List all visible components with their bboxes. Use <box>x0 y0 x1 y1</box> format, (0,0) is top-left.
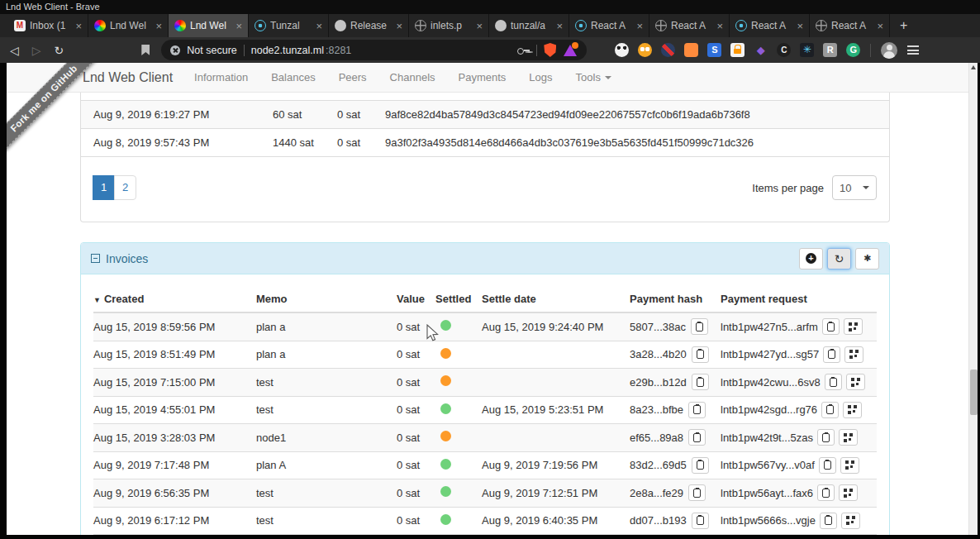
browser-tab[interactable]: Tunzal × <box>249 14 329 37</box>
qr-code-button[interactable] <box>839 429 858 446</box>
browser-tab[interactable]: inlets.p × <box>409 14 489 37</box>
browser-tab[interactable]: React A × <box>569 14 649 37</box>
nav-item-tools[interactable]: Tools <box>576 71 611 83</box>
qr-code-button[interactable] <box>839 484 858 501</box>
letter-s-extension-icon[interactable]: S <box>707 43 721 57</box>
tab-close-icon[interactable]: × <box>556 20 563 32</box>
copy-payment-request-button[interactable] <box>819 457 836 474</box>
copy-payment-hash-button[interactable] <box>688 484 706 501</box>
padlock-extension-icon[interactable] <box>730 43 745 57</box>
browser-tab[interactable]: Lnd Wel × <box>169 14 249 37</box>
nav-item[interactable]: Logs <box>529 71 552 83</box>
nerd-face-extension-icon[interactable] <box>638 43 652 57</box>
browser-tab[interactable]: tunzal/a × <box>489 14 569 37</box>
column-header-settled[interactable]: Settled <box>435 293 482 305</box>
back-button[interactable]: ◁ <box>10 45 19 56</box>
tab-close-icon[interactable]: × <box>797 20 803 32</box>
invoice-payment-hash: 2e8a...fe29 <box>630 487 683 499</box>
column-header-payment-request[interactable]: Payment request <box>721 293 877 305</box>
copy-payment-hash-button[interactable] <box>691 318 708 335</box>
qr-code-button[interactable] <box>844 346 863 363</box>
qr-code-button[interactable] <box>840 457 859 474</box>
invoice-payment-hash-cell: 3a28...4b20 <box>630 346 721 363</box>
tab-close-icon[interactable]: × <box>877 20 883 32</box>
scroll-up-arrow-icon[interactable] <box>971 65 976 69</box>
copy-payment-hash-button[interactable] <box>688 429 706 446</box>
browser-tab[interactable]: React A × <box>810 14 890 37</box>
column-header-settle-date[interactable]: Settle date <box>482 293 630 305</box>
invoice-settings-button[interactable]: ✱ <box>855 248 879 270</box>
copy-payment-hash-button[interactable] <box>688 402 706 418</box>
purple-gem-extension-icon[interactable]: ◆ <box>754 43 768 57</box>
browser-tab[interactable]: Inbox (1 × <box>8 14 88 37</box>
letter-g-extension-icon[interactable]: G <box>846 43 860 57</box>
refresh-invoices-button[interactable]: ↻ <box>827 248 851 270</box>
tab-close-icon[interactable]: × <box>636 20 643 32</box>
copy-payment-hash-button[interactable] <box>692 374 709 390</box>
copy-payment-request-button[interactable] <box>825 374 842 390</box>
copy-payment-hash-button[interactable] <box>692 346 709 363</box>
site-brand[interactable]: Lnd Web Client <box>83 70 173 85</box>
column-header-memo[interactable]: Memo <box>256 293 397 305</box>
nav-item[interactable]: Balances <box>271 71 315 83</box>
tab-close-icon[interactable]: × <box>716 20 723 32</box>
orange-fox-extension-icon[interactable] <box>684 43 698 57</box>
qr-code-button[interactable] <box>841 513 860 529</box>
qr-code-button[interactable] <box>843 402 862 418</box>
forward-button[interactable]: ▷ <box>32 45 41 56</box>
address-bar[interactable]: Not secure node2.tunzal.ml:8281 <box>161 40 587 60</box>
scrollbar-thumb[interactable] <box>970 370 978 415</box>
nav-item[interactable]: Channels <box>390 71 435 83</box>
qr-code-button[interactable] <box>844 318 863 335</box>
page-button[interactable]: 2 <box>114 175 136 200</box>
invoice-payment-hash: dd07...b193 <box>630 514 687 527</box>
snowflake-extension-icon[interactable]: ✳ <box>800 43 814 57</box>
page-button[interactable]: 1 <box>93 175 115 200</box>
copy-payment-hash-button[interactable] <box>692 457 709 474</box>
column-header-value[interactable]: Value <box>397 293 435 305</box>
sort-descending-icon: ▼ <box>93 296 101 304</box>
tab-close-icon[interactable]: × <box>155 20 162 32</box>
key-icon[interactable] <box>517 45 530 56</box>
reload-button[interactable]: ↻ <box>55 45 64 56</box>
tab-close-icon[interactable]: × <box>316 20 322 32</box>
collapse-icon[interactable] <box>91 254 100 263</box>
tab-close-icon[interactable]: × <box>75 20 82 32</box>
copy-payment-request-button[interactable] <box>823 346 840 363</box>
add-invoice-button[interactable]: + <box>799 248 823 270</box>
letter-c-extension-icon[interactable]: C <box>777 43 791 57</box>
nav-item[interactable]: Payments <box>459 71 507 83</box>
browser-tab[interactable]: React A × <box>649 14 730 37</box>
items-per-page-select[interactable]: 10 <box>832 175 877 200</box>
tab-close-icon[interactable]: × <box>235 20 242 32</box>
copy-payment-request-button[interactable] <box>817 484 835 501</box>
copy-payment-request-button[interactable] <box>817 429 835 446</box>
new-tab-button[interactable]: + <box>890 14 917 37</box>
browser-tab[interactable]: Lnd Wel × <box>88 14 169 37</box>
column-header-payment-hash[interactable]: Payment hash <box>630 293 721 305</box>
invoice-created: Aug 9, 2019 6:56:35 PM <box>93 487 256 499</box>
tab-close-icon[interactable]: × <box>476 20 483 32</box>
tab-close-icon[interactable]: × <box>396 20 402 32</box>
browser-tab[interactable]: React A × <box>730 14 810 37</box>
qr-code-button[interactable] <box>846 374 865 390</box>
profile-avatar[interactable] <box>881 42 897 59</box>
triangle-extension-icon[interactable] <box>563 43 578 57</box>
brave-shield-icon[interactable] <box>544 43 556 57</box>
column-header-created[interactable]: ▼Created <box>93 293 256 305</box>
nav-item[interactable]: Information <box>194 71 248 83</box>
letter-r-extension-icon[interactable]: R <box>823 43 837 57</box>
hamburger-menu-icon[interactable] <box>907 45 919 55</box>
nav-item[interactable]: Peers <box>339 71 367 83</box>
copy-payment-request-button[interactable] <box>822 318 840 335</box>
not-secure-icon[interactable] <box>170 45 180 55</box>
browser-tab[interactable]: Release × <box>329 14 409 37</box>
bookmark-icon[interactable] <box>141 45 150 55</box>
clipboard-icon <box>697 460 704 470</box>
no-entry-extension-icon[interactable] <box>661 43 675 57</box>
copy-payment-hash-button[interactable] <box>692 513 709 529</box>
copy-payment-request-button[interactable] <box>821 402 839 418</box>
copy-payment-request-button[interactable] <box>820 513 837 529</box>
page-scrollbar[interactable] <box>968 63 978 535</box>
panda-face-extension-icon[interactable] <box>615 43 629 57</box>
